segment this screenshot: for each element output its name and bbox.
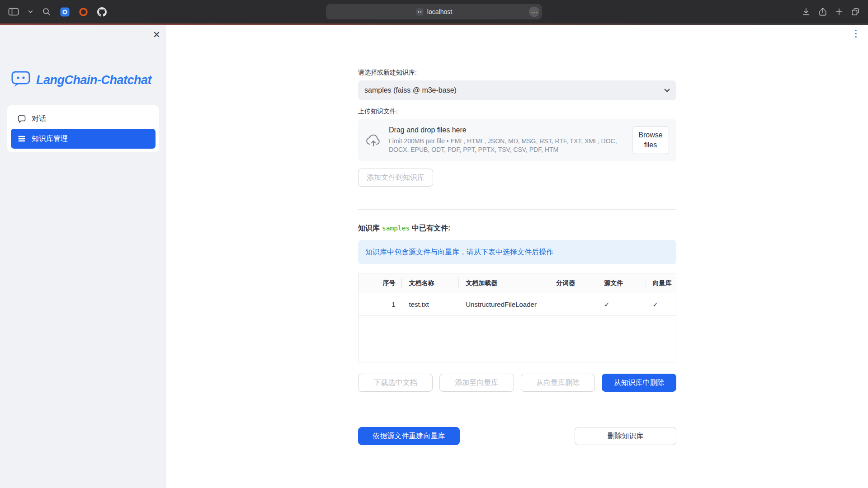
- add-files-to-kb-button[interactable]: 添加文件到知识库: [358, 169, 433, 187]
- browse-files-button[interactable]: Browse files: [632, 126, 669, 154]
- files-table: 序号 文档名称 文档加载器 分词器 源文件 向量库 1 test.txt Uns…: [358, 273, 676, 362]
- info-alert: 知识库中包含源文件与向量库，请从下表中选择文件后操作: [358, 240, 676, 264]
- select-chevron-down-icon: [664, 89, 670, 93]
- files-heading-prefix: 知识库: [358, 224, 380, 232]
- divider: [358, 209, 676, 210]
- files-heading-suffix: 中已有文件:: [412, 224, 450, 232]
- blue-extension-icon[interactable]: [60, 7, 70, 17]
- logo-chat-bubble-icon: [11, 70, 31, 90]
- file-actions-row: 下载选中文档 添加至向量库 从向量库删除 从知识库中删除: [358, 374, 676, 392]
- share-icon[interactable]: [818, 7, 827, 16]
- table-header-row: 序号 文档名称 文档加载器 分词器 源文件 向量库: [359, 273, 676, 293]
- table-header-splitter: 分词器: [549, 273, 597, 293]
- kb-select-label: 请选择或新建知识库:: [358, 68, 676, 77]
- download-selected-button[interactable]: 下载选中文档: [358, 374, 433, 392]
- toolbar-right-group: [802, 7, 860, 16]
- main-area: ⋮ 请选择或新建知识库: samples (faiss @ m3e-base) …: [166, 25, 868, 488]
- knowledge-base-icon: [17, 134, 26, 143]
- sidebar-close-button[interactable]: ×: [153, 28, 160, 40]
- dropzone-title: Drag and drop files here: [389, 126, 625, 134]
- search-icon[interactable]: [42, 7, 51, 16]
- cell-source-check: ✓: [597, 293, 645, 315]
- kb-bottom-actions: 依据源文件重建向量库 删除知识库: [358, 427, 676, 445]
- table-header-name: 文档名称: [401, 273, 458, 293]
- kb-name-code: samples: [380, 225, 412, 232]
- table-header-index: 序号: [359, 273, 401, 293]
- remove-from-vector-store-button[interactable]: 从向量库删除: [521, 374, 595, 392]
- cell-index: 1: [359, 293, 401, 315]
- orange-ring-extension-icon[interactable]: [79, 7, 88, 17]
- app-logo: LangChain-Chatchat: [11, 70, 166, 90]
- chevron-down-icon[interactable]: [28, 10, 33, 14]
- cell-vector-check: ✓: [646, 293, 676, 315]
- table-row[interactable]: 1 test.txt UnstructuredFileLoader ✓ ✓: [359, 293, 676, 316]
- table-header-vector: 向量库: [646, 273, 676, 293]
- kb-selectbox-value: samples (faiss @ m3e-base): [364, 86, 457, 94]
- cloud-upload-icon: [365, 133, 382, 147]
- table-header-loader: 文档加载器: [458, 273, 549, 293]
- cell-loader: UnstructuredFileLoader: [458, 293, 549, 315]
- sidebar-item-label: 知识库管理: [32, 134, 68, 144]
- sidebar-item-label: 对话: [32, 114, 46, 124]
- delete-from-kb-button[interactable]: 从知识库中删除: [602, 374, 676, 392]
- cell-splitter: [549, 293, 597, 315]
- sidebar-item-knowledge-base[interactable]: 知识库管理: [11, 129, 156, 149]
- rebuild-vector-store-button[interactable]: 依据源文件重建向量库: [358, 427, 460, 445]
- download-icon[interactable]: [802, 7, 811, 16]
- new-tab-icon[interactable]: [835, 8, 843, 16]
- tab-overview-icon[interactable]: [851, 7, 860, 16]
- sidebar-item-chat[interactable]: 对话: [11, 109, 156, 129]
- upload-label: 上传知识文件:: [358, 107, 676, 116]
- url-text: localhost: [427, 8, 452, 15]
- delete-kb-button[interactable]: 删除知识库: [575, 427, 676, 445]
- dropzone-texts: Drag and drop files here Limit 200MB per…: [382, 126, 632, 154]
- dropzone-limit-text: Limit 200MB per file • EML, HTML, JSON, …: [389, 137, 625, 154]
- cell-name: test.txt: [401, 293, 458, 315]
- add-to-vector-store-button[interactable]: 添加至向量库: [439, 374, 514, 392]
- content-column: 请选择或新建知识库: samples (faiss @ m3e-base) 上传…: [358, 25, 676, 445]
- extensions-ellipsis-button[interactable]: ⋯: [529, 7, 539, 17]
- chat-bubble-icon: [17, 114, 26, 123]
- kb-selectbox[interactable]: samples (faiss @ m3e-base): [358, 80, 676, 100]
- logo-text: LangChain-Chatchat: [36, 73, 151, 87]
- table-empty-area: [359, 316, 676, 362]
- divider: [358, 411, 676, 411]
- table-header-source: 源文件: [597, 273, 645, 293]
- browser-toolbar: localhost ⋯: [0, 0, 868, 23]
- toolbar-left-group: [8, 7, 107, 17]
- address-bar[interactable]: localhost ⋯: [326, 4, 542, 19]
- file-dropzone[interactable]: Drag and drop files here Limit 200MB per…: [358, 119, 676, 161]
- sidebar: × LangChain-Chatchat 对话 知识库管理: [0, 25, 166, 488]
- files-heading: 知识库samples中已有文件:: [358, 223, 676, 233]
- github-icon[interactable]: [97, 7, 107, 17]
- sidebar-nav: 对话 知识库管理: [7, 105, 159, 152]
- sidebar-toggle-icon[interactable]: [8, 7, 19, 16]
- app-menu-kebab-icon[interactable]: ⋮: [851, 28, 861, 38]
- site-favicon: [416, 8, 424, 16]
